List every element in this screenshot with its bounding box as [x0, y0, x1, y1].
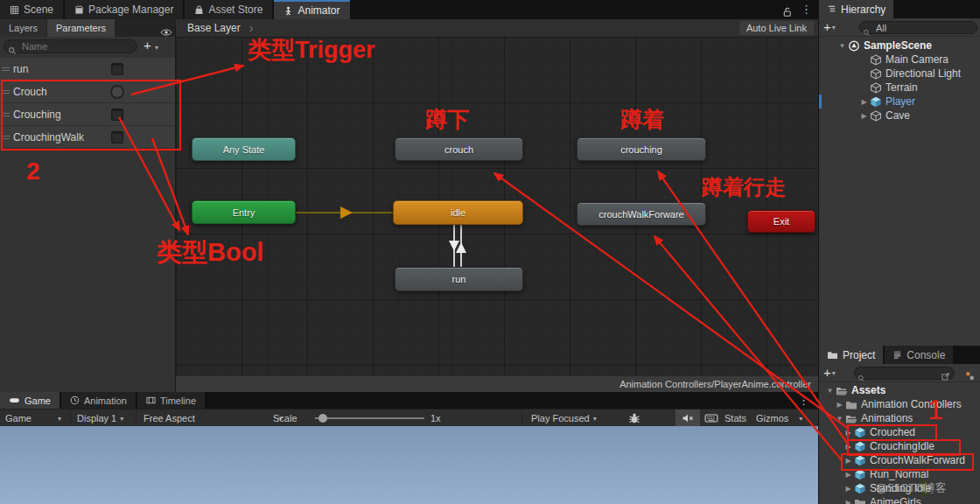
- slider-handle[interactable]: [318, 414, 327, 423]
- drag-handle-icon[interactable]: [2, 113, 10, 116]
- hierarchy-item-terrain[interactable]: Terrain: [819, 80, 980, 94]
- state-node-idle[interactable]: idle: [393, 200, 523, 225]
- gameobject-cube-icon: [870, 82, 882, 94]
- project-item-animegirls[interactable]: ▶ AnimeGirls: [819, 495, 980, 504]
- gizmos-dropdown[interactable]: Gizmos ▾: [756, 410, 802, 427]
- add-parameter-button[interactable]: + ▾: [144, 38, 158, 52]
- debug-bug-icon[interactable]: [628, 410, 640, 427]
- parameter-row-run[interactable]: run: [0, 58, 175, 80]
- prefab-cube-icon: [870, 96, 882, 108]
- mute-audio-button[interactable]: [676, 410, 700, 427]
- state-node-entry[interactable]: Entry: [192, 200, 296, 224]
- display-dropdown[interactable]: Display 1 ▾: [77, 410, 123, 427]
- state-node-run[interactable]: run: [395, 267, 523, 291]
- foldout-closed-icon[interactable]: ▶: [843, 499, 854, 504]
- project-item-crouched[interactable]: ▶ Crouched: [819, 425, 980, 439]
- breadcrumb[interactable]: Base Layer: [187, 22, 241, 34]
- state-node-any-state[interactable]: Any State: [192, 137, 296, 161]
- project-item-crouchingidle[interactable]: ▶ CrouchingIdle: [819, 439, 980, 453]
- game-mode-dropdown[interactable]: Game ▾: [5, 410, 61, 427]
- package-box-icon: [74, 5, 84, 15]
- create-object-button[interactable]: +▾: [823, 19, 836, 34]
- tab-scene[interactable]: Scene: [0, 0, 63, 19]
- foldout-open-icon[interactable]: ▼: [834, 415, 845, 423]
- trigger-radio[interactable]: [110, 85, 124, 99]
- tab-animator[interactable]: Animator: [274, 0, 349, 19]
- project-item-crouchwalkforward[interactable]: ▶ CrouchWalkForward: [819, 453, 980, 467]
- console-lines-icon: [892, 350, 902, 360]
- parameter-row-crouch[interactable]: Crouch: [0, 80, 175, 103]
- tab-package-manager[interactable]: Package Manager: [65, 0, 183, 19]
- hierarchy-item-player[interactable]: ▶ Player: [819, 94, 980, 108]
- tab-game[interactable]: Game: [0, 392, 60, 409]
- hierarchy-item-cave[interactable]: ▶ Cave: [819, 108, 980, 122]
- foldout-closed-icon[interactable]: ▶: [858, 112, 870, 120]
- project-search-input[interactable]: [854, 367, 955, 380]
- bool-checkbox[interactable]: [111, 63, 123, 75]
- drag-handle-icon[interactable]: [2, 67, 10, 71]
- stats-button[interactable]: Stats: [724, 410, 746, 427]
- aspect-label: Free Aspect: [144, 413, 195, 424]
- tab-hierarchy[interactable]: Hierarchy: [819, 0, 893, 18]
- dropdown-caret-icon: ▾: [799, 415, 802, 423]
- foldout-closed-icon[interactable]: ▶: [834, 401, 845, 409]
- tab-parameters[interactable]: Parameters: [47, 19, 115, 37]
- hierarchy-item-directional-light[interactable]: Directional Light: [819, 66, 980, 80]
- state-node-crouching[interactable]: crouching: [577, 137, 706, 161]
- foldout-closed-icon[interactable]: ▶: [858, 98, 870, 106]
- kebab-menu-icon[interactable]: ⋮: [798, 395, 809, 406]
- tab-layers[interactable]: Layers: [0, 19, 46, 37]
- foldout-closed-icon[interactable]: ▶: [843, 443, 854, 451]
- state-node-exit[interactable]: Exit: [747, 210, 816, 233]
- tab-animation[interactable]: Animation: [61, 392, 136, 409]
- parameter-row-crouchingwalk[interactable]: CrouchingWalk: [0, 126, 175, 149]
- hierarchy-search-input[interactable]: [859, 21, 977, 34]
- project-item-animation-controllers[interactable]: ▶ Animation Controllers: [819, 397, 980, 411]
- tab-project[interactable]: Project: [819, 346, 883, 364]
- controller-path: Animation Controllers/PlayerAnime.contro…: [620, 379, 811, 389]
- hierarchy-item-samplescene[interactable]: ▼ SampleScene: [819, 38, 980, 52]
- auto-live-link-button[interactable]: Auto Live Link: [739, 21, 814, 35]
- column-settings-icon[interactable]: [964, 368, 976, 383]
- gameobject-cube-icon: [870, 54, 882, 66]
- item-label: Standing Idle: [870, 482, 931, 494]
- slider-track[interactable]: [315, 417, 424, 419]
- clock-icon: [70, 396, 80, 405]
- editor-tabbar: Scene Package Manager Asset Store Animat…: [0, 0, 818, 19]
- state-node-crouch[interactable]: crouch: [395, 137, 523, 161]
- foldout-open-icon[interactable]: ▼: [836, 42, 848, 50]
- parameter-row-crouching[interactable]: Crouching: [0, 103, 175, 126]
- foldout-closed-icon[interactable]: ▶: [843, 457, 854, 465]
- game-view-sky[interactable]: [0, 426, 818, 504]
- bool-checkbox[interactable]: [111, 131, 123, 144]
- item-label: Terrain: [886, 81, 918, 94]
- tab-console[interactable]: Console: [885, 346, 953, 364]
- search-popout-icon[interactable]: [941, 368, 950, 384]
- foldout-closed-icon[interactable]: ▶: [843, 471, 854, 479]
- project-item-assets[interactable]: ▼ Assets: [819, 383, 980, 397]
- foldout-open-icon[interactable]: ▼: [824, 387, 836, 395]
- scale-slider[interactable]: [315, 410, 424, 427]
- aspect-dropdown[interactable]: Free Aspect ▾: [144, 410, 283, 427]
- state-node-crouchwalkforware[interactable]: crouchWalkForware: [577, 202, 706, 226]
- project-item-run-normal[interactable]: ▶ Run_Normal: [819, 467, 980, 481]
- project-item-animations[interactable]: ▼ Animations: [819, 411, 980, 425]
- hierarchy-item-main-camera[interactable]: Main Camera: [819, 52, 980, 66]
- unlock-icon[interactable]: [781, 4, 793, 19]
- drag-handle-icon[interactable]: [2, 90, 10, 94]
- unity-scene-icon: [848, 40, 860, 52]
- animator-graph[interactable]: Any State crouch crouching Entry idle cr…: [175, 37, 818, 392]
- kebab-menu-icon[interactable]: ⋮: [801, 4, 812, 15]
- foldout-closed-icon[interactable]: ▶: [843, 429, 854, 437]
- play-focused-dropdown[interactable]: Play Focused ▾: [531, 410, 597, 427]
- foldout-closed-icon[interactable]: ▶: [843, 485, 854, 493]
- parameter-search-input[interactable]: [4, 39, 137, 53]
- scale-label: Scale: [273, 410, 298, 427]
- create-asset-button[interactable]: +▾: [823, 365, 836, 380]
- bool-checkbox[interactable]: [111, 108, 123, 121]
- vsync-keyboard-button[interactable]: [704, 410, 718, 427]
- tab-asset-store[interactable]: Asset Store: [185, 0, 272, 19]
- tab-timeline[interactable]: Timeline: [137, 392, 205, 409]
- project-item-standing-idle[interactable]: ▶ Standing Idle: [819, 481, 980, 495]
- drag-handle-icon[interactable]: [2, 136, 10, 139]
